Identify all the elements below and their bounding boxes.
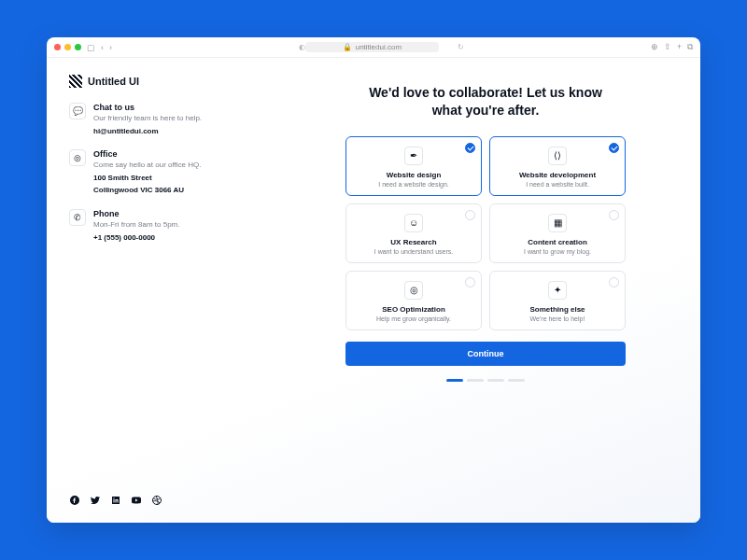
step-indicator <box>487 379 504 382</box>
option-subtitle: I need a website design. <box>378 181 449 188</box>
code-icon: ⟨⟩ <box>548 147 567 165</box>
step-indicator <box>467 379 484 382</box>
option-title: Content creation <box>528 238 587 246</box>
url-input[interactable]: 🔒 untitledui.com <box>305 42 439 52</box>
social-links <box>69 493 265 510</box>
phone-icon: ✆ <box>69 209 86 226</box>
back-icon[interactable]: ‹ <box>101 43 104 52</box>
option-title: Website development <box>519 171 596 179</box>
option-grid: ✒ Website design I need a website design… <box>345 136 626 330</box>
contact-title: Office <box>93 149 201 159</box>
checkmark-icon <box>609 210 619 220</box>
address-line-2: Collingwood VIC 3066 AU <box>93 185 201 195</box>
option-title: Website design <box>387 171 442 179</box>
window-controls <box>54 44 81 50</box>
url-bar: ◐ 🔒 untitledui.com ↻ <box>118 42 645 52</box>
option-title: Something else <box>529 305 585 314</box>
linkedin-icon[interactable] <box>110 493 121 510</box>
facebook-icon[interactable] <box>69 493 80 510</box>
browser-window: ▢ ‹ › ◐ 🔒 untitledui.com ↻ ⊕ ⇧ + ⧉ Untit… <box>47 37 700 523</box>
lock-icon: 🔒 <box>343 43 352 51</box>
brand-logo[interactable]: Untitled UI <box>69 75 265 88</box>
refresh-icon[interactable]: ↻ <box>458 43 464 51</box>
step-indicator <box>508 379 525 382</box>
option-subtitle: I need a website built. <box>526 181 589 188</box>
option-website-development[interactable]: ⟨⟩ Website development I need a website … <box>489 136 626 196</box>
layout-icon: ▦ <box>548 214 567 232</box>
contact-subtitle: Our friendly team is here to help. <box>93 114 202 122</box>
checkmark-icon <box>465 143 475 153</box>
brand-name: Untitled UI <box>88 76 139 87</box>
twitter-icon[interactable] <box>90 493 101 510</box>
phone-number[interactable]: +1 (555) 000-0000 <box>93 232 179 243</box>
option-other[interactable]: ✦ Something else We're here to help! <box>489 271 626 330</box>
address-line-1: 100 Smith Street <box>93 173 201 183</box>
minimize-window-icon[interactable] <box>64 44 71 50</box>
contact-phone: ✆ Phone Mon-Fri from 8am to 5pm. +1 (555… <box>69 209 265 243</box>
target-icon: ◎ <box>404 281 423 300</box>
dribbble-icon[interactable] <box>151 493 162 510</box>
option-subtitle: We're here to help! <box>530 315 585 322</box>
contact-title: Phone <box>93 209 179 218</box>
page-headline: We'd love to collaborate! Let us know wh… <box>355 84 616 119</box>
contact-subtitle: Come say hello at our office HQ. <box>93 161 201 169</box>
sidebar: Untitled UI 💬 Chat to us Our friendly te… <box>69 75 265 510</box>
url-text: untitledui.com <box>356 43 402 51</box>
checkmark-icon <box>609 143 619 153</box>
forward-icon[interactable]: › <box>109 43 112 52</box>
sparkle-icon: ✦ <box>548 281 567 300</box>
youtube-icon[interactable] <box>131 493 142 510</box>
sidebar-toggle-icon[interactable]: ▢ <box>87 43 95 52</box>
progress-steps <box>446 379 525 382</box>
download-icon[interactable]: ⊕ <box>651 42 658 52</box>
option-seo[interactable]: ◎ SEO Optimization Help me grow organica… <box>345 271 482 330</box>
shield-icon: ◐ <box>299 43 305 51</box>
contact-subtitle: Mon-Fri from 8am to 5pm. <box>93 220 179 229</box>
option-subtitle: I want to understand users. <box>374 248 453 255</box>
contact-title: Chat to us <box>93 103 202 112</box>
checkmark-icon <box>465 277 475 287</box>
option-website-design[interactable]: ✒ Website design I need a website design… <box>345 136 482 196</box>
share-icon[interactable]: ⇧ <box>664 42 671 52</box>
option-title: SEO Optimization <box>382 305 445 314</box>
option-title: UX Research <box>390 238 436 246</box>
contact-chat: 💬 Chat to us Our friendly team is here t… <box>69 103 265 136</box>
option-content-creation[interactable]: ▦ Content creation I want to grow my blo… <box>489 203 626 263</box>
step-indicator <box>446 379 463 382</box>
new-tab-icon[interactable]: + <box>677 42 682 52</box>
option-subtitle: I want to grow my blog. <box>524 248 591 255</box>
browser-chrome: ▢ ‹ › ◐ 🔒 untitledui.com ↻ ⊕ ⇧ + ⧉ <box>47 37 700 58</box>
logo-mark-icon <box>69 75 82 88</box>
chat-icon: 💬 <box>69 103 86 119</box>
main-panel: We'd love to collaborate! Let us know wh… <box>293 75 678 510</box>
checkmark-icon <box>609 277 619 287</box>
contact-office: ◎ Office Come say hello at our office HQ… <box>69 149 265 195</box>
pen-icon: ✒ <box>404 147 423 165</box>
maximize-window-icon[interactable] <box>75 44 81 50</box>
close-window-icon[interactable] <box>54 44 61 50</box>
option-subtitle: Help me grow organically. <box>376 315 451 322</box>
location-icon: ◎ <box>69 149 86 166</box>
contact-email[interactable]: hi@untitledui.com <box>93 126 202 136</box>
continue-button[interactable]: Continue <box>345 342 626 366</box>
option-ux-research[interactable]: ☺ UX Research I want to understand users… <box>345 203 482 263</box>
tabs-icon[interactable]: ⧉ <box>687 42 693 52</box>
checkmark-icon <box>465 210 475 220</box>
smile-icon: ☺ <box>404 214 423 232</box>
page-content: Untitled UI 💬 Chat to us Our friendly te… <box>47 58 700 523</box>
